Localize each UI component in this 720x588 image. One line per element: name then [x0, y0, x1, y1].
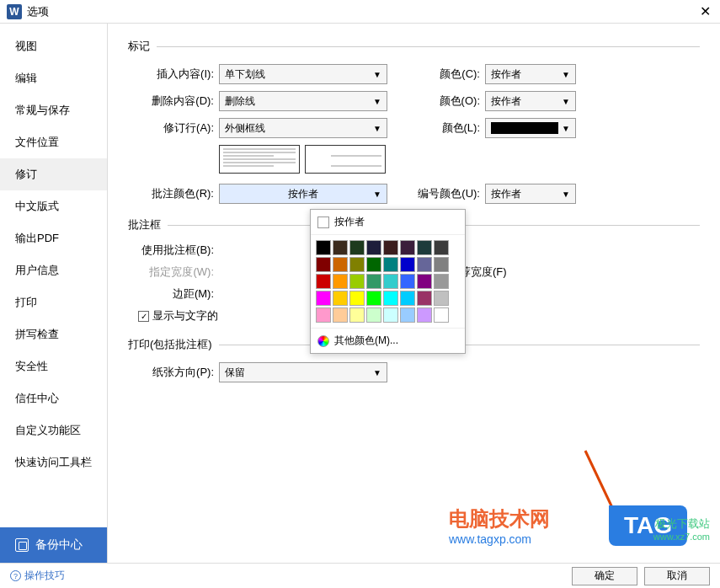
sidebar-item-filelocation[interactable]: 文件位置 [0, 126, 107, 158]
sidebar-item-revision[interactable]: 修订 [0, 158, 107, 190]
chevron-down-icon: ▼ [373, 190, 381, 199]
color-swatch[interactable] [417, 291, 432, 306]
sidebar-item-general[interactable]: 常规与保存 [0, 94, 107, 126]
margin-label: 边距(M): [138, 286, 214, 302]
color-swatch[interactable] [383, 240, 398, 255]
revline-select[interactable]: 外侧框线▼ [219, 118, 387, 138]
orientation-select[interactable]: 保留▼ [219, 362, 387, 382]
group-commentbox-title: 批注框 [128, 217, 161, 233]
window-title: 选项 [27, 4, 696, 19]
sidebar-item-customribbon[interactable]: 自定义功能区 [0, 414, 107, 446]
backup-center-button[interactable]: 备份中心 [0, 527, 107, 563]
color-swatch[interactable] [434, 274, 449, 289]
color-swatch[interactable] [349, 307, 365, 323]
color-swatch[interactable] [383, 291, 398, 306]
coloro-select[interactable]: 按作者▼ [485, 91, 576, 111]
color-swatch[interactable] [400, 291, 415, 306]
comment-color-select[interactable]: 按作者▼ [219, 184, 387, 204]
color-swatch[interactable] [400, 257, 415, 272]
tips-link[interactable]: ? 操作技巧 [10, 569, 65, 583]
revline-label: 修订行(A): [138, 120, 214, 136]
close-icon[interactable]: ✕ [696, 3, 713, 19]
sidebar: 视图 编辑 常规与保存 文件位置 修订 中文版式 输出PDF 用户信息 打印 拼… [0, 24, 108, 563]
group-print-title: 打印(包括批注框) [128, 337, 212, 352]
color-swatch[interactable] [417, 274, 432, 289]
delete-select[interactable]: 删除线▼ [219, 91, 387, 111]
color-swatch[interactable] [349, 257, 365, 272]
sidebar-item-userinfo[interactable]: 用户信息 [0, 254, 107, 286]
color-swatch[interactable] [434, 307, 449, 323]
tip-icon: ? [10, 570, 21, 581]
color-swatch[interactable] [349, 274, 365, 289]
backup-label: 备份中心 [35, 537, 83, 553]
color-swatch[interactable] [366, 291, 381, 306]
color-picker-popup: 按作者 其他颜色(M)... [310, 209, 466, 354]
color-swatch[interactable] [366, 257, 381, 272]
chevron-down-icon: ▼ [373, 97, 381, 106]
color-swatch[interactable] [383, 257, 398, 272]
color-swatch[interactable] [434, 291, 449, 306]
insert-label: 插入内容(I): [138, 67, 214, 82]
more-colors-option[interactable]: 其他颜色(M)... [311, 328, 465, 353]
sidebar-item-edit[interactable]: 编辑 [0, 62, 107, 94]
color-swatch[interactable] [333, 240, 348, 255]
colorc-label: 颜色(C): [413, 67, 480, 82]
insert-select[interactable]: 单下划线▼ [219, 64, 387, 84]
color-swatch[interactable] [400, 307, 415, 323]
color-swatch[interactable] [434, 257, 449, 272]
coloro-label: 颜色(O): [413, 94, 480, 109]
footer: ? 操作技巧 确定 取消 [0, 563, 720, 588]
content-panel: 标记 插入内容(I): 单下划线▼ 颜色(C): 按作者▼ 删除内容(D): 删… [108, 24, 720, 563]
color-swatch[interactable] [434, 240, 449, 255]
colorc-select[interactable]: 按作者▼ [485, 64, 576, 84]
color-swatch[interactable] [400, 240, 415, 255]
color-grid [311, 235, 465, 328]
color-swatch[interactable] [349, 240, 365, 255]
color-swatch[interactable] [316, 291, 331, 306]
titlebar: W 选项 ✕ [0, 0, 720, 24]
color-swatch[interactable] [366, 307, 381, 323]
sidebar-item-quickaccess[interactable]: 快速访问工具栏 [0, 446, 107, 478]
color-swatch[interactable] [400, 274, 415, 289]
orientation-label: 纸张方向(P): [138, 365, 214, 380]
color-swatch[interactable] [333, 257, 348, 272]
by-author-option[interactable]: 按作者 [311, 210, 465, 235]
sidebar-item-outputpdf[interactable]: 输出PDF [0, 222, 107, 254]
show-with-text-label: 显示与文字的 [152, 308, 218, 323]
sidebar-item-spellcheck[interactable]: 拼写检查 [0, 318, 107, 350]
chevron-down-icon: ▼ [562, 190, 570, 199]
color-swatch[interactable] [417, 307, 432, 323]
sidebar-item-cjk[interactable]: 中文版式 [0, 190, 107, 222]
preview-right [305, 145, 386, 174]
sidebar-item-print[interactable]: 打印 [0, 286, 107, 318]
color-swatch[interactable] [366, 274, 381, 289]
sidebar-item-view[interactable]: 视图 [0, 30, 107, 62]
color-swatch[interactable] [316, 307, 331, 323]
colorl-label: 颜色(L): [413, 120, 480, 136]
number-color-select[interactable]: 按作者▼ [485, 184, 576, 204]
color-swatch[interactable] [316, 257, 331, 272]
color-swatch[interactable] [333, 307, 348, 323]
color-swatch[interactable] [349, 291, 365, 306]
color-swatch[interactable] [383, 307, 398, 323]
color-swatch[interactable] [316, 274, 331, 289]
color-swatch[interactable] [417, 257, 432, 272]
color-swatch[interactable] [316, 240, 331, 255]
color-swatch[interactable] [333, 291, 348, 306]
chevron-down-icon: ▼ [562, 97, 570, 106]
watermark-tagxp: 电脑技术网 www.tagxp.com [449, 505, 550, 546]
show-with-text-checkbox[interactable]: 显示与文字的 [138, 308, 218, 323]
sidebar-item-security[interactable]: 安全性 [0, 350, 107, 382]
ok-button[interactable]: 确定 [572, 567, 637, 585]
cancel-button[interactable]: 取消 [644, 567, 710, 585]
color-swatch[interactable] [417, 240, 432, 255]
color-swatch[interactable] [366, 240, 381, 255]
backup-icon [15, 538, 29, 552]
color-swatch[interactable] [383, 274, 398, 289]
sidebar-item-trustcenter[interactable]: 信任中心 [0, 382, 107, 414]
chevron-down-icon: ▼ [373, 124, 381, 133]
colorl-select[interactable]: ▼ [485, 118, 576, 138]
number-color-label: 编号颜色(U): [413, 186, 480, 201]
chevron-down-icon: ▼ [562, 124, 570, 133]
color-swatch[interactable] [333, 274, 348, 289]
